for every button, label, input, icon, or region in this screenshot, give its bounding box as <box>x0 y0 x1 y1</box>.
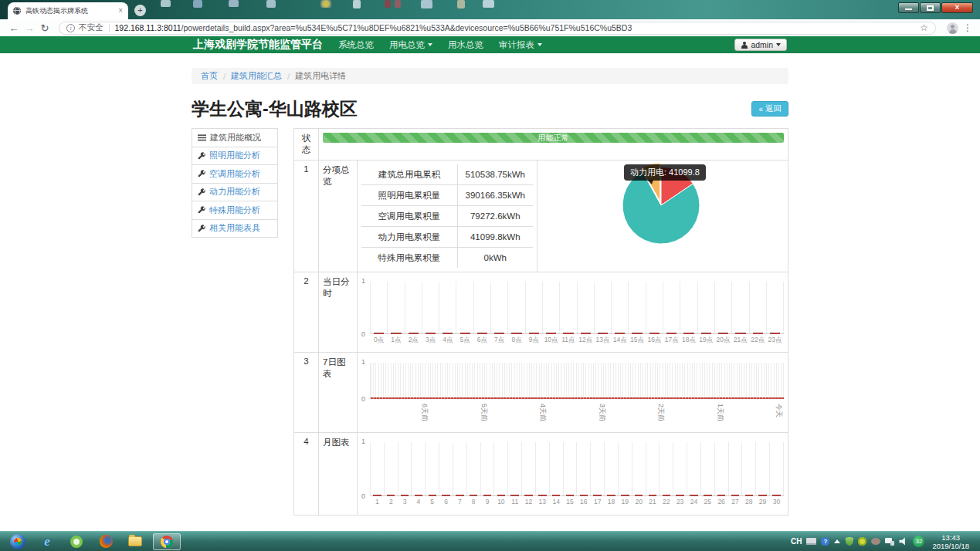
nav-item[interactable]: 审计报表 <box>499 39 542 51</box>
chart-category: 23 <box>673 442 687 495</box>
chart-category: 21 <box>646 442 660 495</box>
x-axis-label: 5 <box>426 498 439 505</box>
row-number: 3 <box>294 353 319 433</box>
nav-item[interactable]: 系统总览 <box>338 39 374 51</box>
chart-category: 23点 <box>767 282 784 333</box>
volume-icon[interactable] <box>899 537 908 546</box>
x-axis-label: 17 <box>591 498 604 505</box>
chart-category: 27 <box>729 442 743 495</box>
browser-menu-icon[interactable]: ⋮ <box>963 22 972 33</box>
tray-app-icon[interactable] <box>858 537 866 546</box>
zero-value-bar <box>745 495 753 496</box>
x-axis-label: 8点 <box>508 336 524 345</box>
window-close-button[interactable]: × <box>941 2 973 13</box>
tray-expand-icon[interactable] <box>834 539 840 543</box>
x-axis-label: 20点 <box>715 336 731 345</box>
x-axis-label: 21点 <box>732 336 748 345</box>
bookmark-star-icon[interactable]: ☆ <box>920 22 928 33</box>
new-tab-button[interactable]: + <box>134 5 146 16</box>
wrench-icon <box>198 152 205 160</box>
x-axis-label: 12 <box>522 498 535 505</box>
zero-value-bar <box>753 333 763 334</box>
sidebar-item-2[interactable]: 空调用能分析 <box>192 164 278 184</box>
language-indicator[interactable]: CH <box>791 537 802 546</box>
chart-category: 20 <box>632 442 646 495</box>
taskbar-ie-button[interactable]: e <box>38 534 56 549</box>
zero-value-bar <box>690 495 697 496</box>
sidebar-item-4[interactable]: 特殊用能分析 <box>192 201 278 220</box>
zero-value-bar <box>635 495 643 496</box>
taskbar-firefox-button[interactable] <box>97 534 115 549</box>
summary-table-row: 建筑总用电累积510538.75kWh <box>361 164 533 185</box>
chart-category: 19 <box>619 442 632 495</box>
breadcrumb-home-link[interactable]: 首页 <box>201 70 218 82</box>
x-axis-label: 1天前 <box>715 404 725 421</box>
chart-category: 18点 <box>680 282 697 333</box>
sidebar-item-3[interactable]: 动力用能分析 <box>192 183 278 202</box>
summary-label: 动力用电累积量 <box>361 227 457 248</box>
zero-value-bar <box>758 495 766 496</box>
forward-icon[interactable]: → <box>22 22 37 34</box>
chart-category: 2 <box>385 442 398 495</box>
nav-item[interactable]: 用电总览 <box>389 39 432 51</box>
network-icon[interactable] <box>885 538 894 546</box>
taskbar-chrome-button-active[interactable] <box>153 533 181 550</box>
y-axis-tick: 1 <box>361 438 365 445</box>
x-axis-label: 8 <box>467 498 480 505</box>
x-axis-label: 6点 <box>474 336 490 345</box>
tab-strip: 高铁动态揭示牌系统 × + × <box>0 0 980 19</box>
x-axis-label: 6天前 <box>419 404 429 421</box>
back-button[interactable]: « 返回 <box>751 101 788 117</box>
zero-value-bar <box>552 495 560 496</box>
browser-tab[interactable]: 高铁动态揭示牌系统 × <box>8 2 128 19</box>
keyboard-icon[interactable] <box>806 538 816 545</box>
chart-category: 13点 <box>595 282 612 333</box>
profile-avatar-icon[interactable] <box>947 22 958 34</box>
antivirus-shield-icon[interactable] <box>845 537 853 546</box>
start-button[interactable] <box>8 534 27 549</box>
taskbar-360-browser-button[interactable] <box>67 534 86 549</box>
reload-icon[interactable]: ↻ <box>37 22 53 34</box>
zero-value-bar <box>494 333 504 334</box>
breadcrumb-summary-link[interactable]: 建筑用能汇总 <box>231 70 282 82</box>
chart-category: 12点 <box>578 282 595 333</box>
help-icon[interactable]: ? <box>821 537 829 546</box>
sidebar-item-1[interactable]: 照明用能分析 <box>192 147 278 166</box>
desktop-icon <box>229 0 239 7</box>
wrench-icon <box>198 225 205 232</box>
zero-value-bar <box>666 333 677 334</box>
zero-value-bar <box>615 333 625 334</box>
taskbar-explorer-button[interactable] <box>126 534 144 549</box>
tab-close-icon[interactable]: × <box>118 7 123 15</box>
clock-time: 13:43 <box>932 533 969 542</box>
chart-category: 16 <box>577 442 591 495</box>
chart-category: 14 <box>550 442 564 495</box>
page-info-icon[interactable]: i <box>66 24 75 32</box>
x-axis-label: 7点 <box>491 336 507 345</box>
x-axis-label: 14点 <box>612 336 628 345</box>
taskbar-clock[interactable]: 13:43 2019/10/18 <box>932 533 969 550</box>
x-axis-label: 17点 <box>663 336 680 345</box>
back-icon[interactable]: ← <box>6 22 22 34</box>
sidebar-item-5[interactable]: 相关用能表具 <box>192 219 278 238</box>
weekly-bar-chart: 106天前5天前4天前3天前2天前1天前今天 <box>358 353 788 432</box>
chart-category: 4 <box>412 442 426 495</box>
zero-value-bar <box>511 333 521 334</box>
chart-category: 14点 <box>612 282 629 333</box>
nav-item[interactable]: 用水总览 <box>448 39 483 51</box>
x-axis-label: 6 <box>439 498 453 505</box>
zero-value-bar <box>401 495 409 496</box>
sidebar-item-0[interactable]: 建筑用能概况 <box>192 128 278 147</box>
chart-category: 10 <box>494 442 508 495</box>
zero-value-bar <box>563 333 573 334</box>
window-minimize-button[interactable] <box>898 2 919 13</box>
chart-category: 17 <box>591 442 605 495</box>
tray-app-icon[interactable] <box>871 538 880 545</box>
chart-category: 22 <box>660 442 673 495</box>
admin-user-button[interactable]: admin <box>734 39 787 51</box>
tray-badge[interactable]: 32 <box>913 536 924 547</box>
window-maximize-button[interactable] <box>920 2 941 13</box>
y-axis-tick: 0 <box>361 492 365 500</box>
url-bar[interactable]: i 不安全 192.168.11.3:8011 /powerdetails_bu… <box>59 22 936 35</box>
daily-bar-chart: 100点1点2点3点4点5点6点7点8点9点10点11点12点13点14点15点… <box>358 272 788 352</box>
